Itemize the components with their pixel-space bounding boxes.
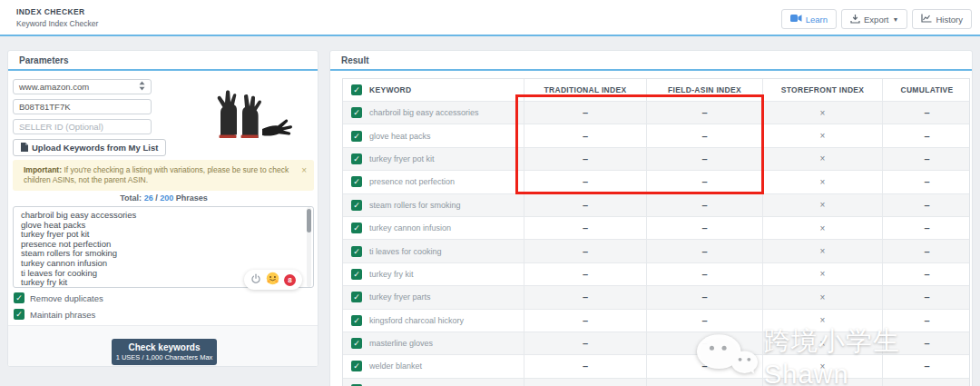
keyword-cell: ✓ masterline gloves (343, 332, 524, 354)
row-keyword: masterline gloves (369, 339, 433, 348)
video-camera-icon (790, 14, 802, 25)
check-keywords-label: Check keywords (112, 342, 217, 352)
row-keyword: kingsford charcoal hickory (369, 316, 464, 325)
row-checkbox[interactable]: ✓ (351, 153, 362, 164)
traditional-index-value: – (583, 315, 588, 326)
field-asin-index-cell: – (647, 148, 763, 170)
keyword-cell: ✓ turkey fryer parts (343, 286, 524, 308)
marketplace-select[interactable]: www.amazon.com (13, 79, 152, 94)
storefront-index-cell: × (763, 102, 883, 124)
row-checkbox[interactable]: ✓ (351, 107, 362, 118)
traditional-index-cell: – (524, 102, 647, 124)
cumulative-cell: – (883, 240, 971, 262)
hugging-face-emoji-icon[interactable] (266, 272, 279, 289)
maintain-phrases-option[interactable]: ✓ Maintain phrases (14, 309, 95, 320)
keyword-cell: ✓ steam rollers for smoking (343, 194, 524, 216)
export-button[interactable]: Export ▼ (841, 9, 907, 29)
power-icon[interactable] (250, 272, 261, 288)
traditional-index-value: – (583, 131, 588, 142)
check-keywords-button[interactable]: Check keywords 1 USES / 1,000 Characters… (112, 339, 217, 365)
cumulative-value: – (924, 153, 929, 164)
traditional-index-value: – (583, 200, 588, 211)
field-asin-index-value: – (701, 131, 707, 142)
textarea-scrollbar[interactable] (307, 207, 311, 287)
header-actions: Learn Export ▼ History (781, 9, 972, 29)
field-asin-index-value: – (701, 153, 707, 164)
storefront-index-value: × (820, 269, 826, 279)
warning-text: If you're checking a listing with variat… (24, 165, 289, 184)
notification-badge[interactable]: 8 (284, 274, 296, 286)
field-asin-index-value: – (701, 200, 707, 211)
row-checkbox[interactable]: ✓ (351, 200, 362, 211)
storefront-index-cell: × (763, 171, 883, 193)
row-checkbox[interactable]: ✓ (351, 292, 362, 302)
row-checkbox[interactable]: ✓ (351, 223, 362, 233)
row-checkbox[interactable]: ✓ (351, 338, 362, 349)
field-asin-index-value: – (701, 315, 707, 326)
cumulative-cell: – (883, 194, 971, 216)
upload-keywords-label: Upload Keywords from My List (32, 143, 158, 153)
field-asin-index-cell: – (647, 263, 763, 285)
traditional-index-cell: – (524, 332, 647, 354)
cumulative-cell: – (883, 263, 971, 285)
cumulative-value: – (924, 131, 929, 142)
row-checkbox[interactable]: ✓ (351, 176, 362, 187)
keyword-cell: ✓ glove heat packs (343, 124, 524, 146)
download-icon (850, 14, 860, 25)
result-panel-title: Result (330, 51, 972, 71)
row-checkbox[interactable]: ✓ (351, 269, 362, 280)
row-checkbox[interactable]: ✓ (351, 246, 362, 257)
variations-warning-alert: Important: If you're checking a listing … (13, 160, 314, 191)
field-asin-index-value: – (701, 107, 707, 118)
cumulative-value: – (924, 292, 929, 302)
storefront-index-value: × (820, 223, 826, 233)
traditional-index-cell: – (524, 194, 647, 216)
history-button[interactable]: History (912, 9, 972, 29)
storefront-index-value: × (820, 361, 826, 371)
storefront-index-value: × (820, 292, 826, 302)
storefront-index-cell: × (763, 194, 883, 216)
checkbox-checked-icon[interactable]: ✓ (14, 292, 24, 303)
cumulative-cell: – (883, 332, 971, 354)
field-asin-index-value: – (701, 176, 707, 187)
storefront-index-cell: × (763, 263, 883, 285)
scrollbar-thumb[interactable] (307, 209, 311, 233)
top-header-bar: INDEX CHECKER Keyword Index Checker Lear… (0, 0, 980, 36)
traditional-index-cell: – (524, 286, 647, 308)
traditional-index-cell: – (524, 310, 647, 332)
close-icon[interactable]: × (301, 167, 307, 174)
cumulative-cell: – (883, 102, 971, 124)
cumulative-cell (883, 379, 971, 386)
row-checkbox[interactable]: ✓ (351, 131, 362, 142)
row-keyword: turkey cannon infusion (369, 223, 451, 233)
row-keyword: glove heat packs (369, 132, 431, 141)
field-asin-index-cell: – (647, 240, 763, 262)
learn-button[interactable]: Learn (781, 9, 837, 29)
upload-keywords-button[interactable]: Upload Keywords from My List (13, 139, 166, 156)
row-checkbox[interactable]: ✓ (351, 361, 362, 371)
traditional-index-value: – (583, 361, 588, 371)
traditional-index-cell: – (524, 148, 647, 170)
result-table: ✓ KEYWORD TRADITIONAL INDEX FIELD-ASIN I… (342, 78, 970, 386)
keyword-cell: ✓ welder blanket (343, 355, 524, 377)
cumulative-value: – (924, 269, 929, 280)
remove-duplicates-label: Remove duplicates (30, 293, 103, 303)
product-image (201, 80, 302, 149)
row-checkbox[interactable]: ✓ (351, 315, 362, 326)
cumulative-cell: – (883, 217, 971, 239)
row-keyword: turkey fry kit (369, 270, 414, 279)
remove-duplicates-option[interactable]: ✓ Remove duplicates (14, 292, 103, 303)
field-asin-index-cell: – (647, 194, 763, 216)
marketplace-selected-value: www.amazon.com (19, 82, 89, 92)
select-all-checkbox[interactable]: ✓ (351, 84, 362, 95)
row-keyword: steam rollers for smoking (369, 201, 461, 210)
total-label: Total: (120, 193, 142, 203)
history-button-label: History (936, 15, 963, 25)
header-titles: INDEX CHECKER Keyword Index Checker (16, 7, 98, 28)
traditional-index-value: – (583, 153, 588, 164)
storefront-index-value: × (820, 177, 826, 187)
asin-input[interactable] (13, 99, 152, 114)
seller-id-input[interactable] (13, 119, 152, 134)
parameters-footer: Check keywords 1 USES / 1,000 Characters… (8, 325, 318, 367)
checkbox-checked-icon[interactable]: ✓ (14, 309, 24, 320)
